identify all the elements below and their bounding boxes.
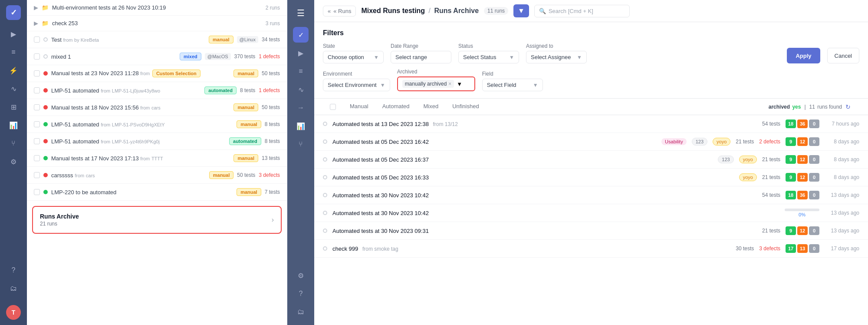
run-name: Automated tests at 13 Dec 2023 12:38 fro… [332,121,757,127]
user-avatar[interactable]: T [6,305,21,320]
score-pass: 17 [786,244,796,253]
defect-link[interactable]: 1 defects [259,87,280,93]
tab-automated[interactable]: Automated [375,99,417,115]
table-row[interactable]: Automated tests at 30 Nov 2023 10:42 54 … [314,186,868,204]
environment-value: Select Environment [328,82,377,88]
mid-list-icon[interactable]: ≡ [293,63,309,79]
score-fail: 36 [797,119,808,128]
score-group: 17 13 0 [786,244,819,253]
list-item[interactable]: Test from by KireBeta manual @Linux 34 t… [27,31,287,48]
score-skip: 0 [809,119,819,128]
filter-button[interactable]: ▼ [513,4,529,17]
table-row[interactable]: Automated tests at 13 Dec 2023 12:38 fro… [314,115,868,133]
defect-link[interactable]: 3 defects [259,172,280,178]
item-name: Manual tests at 17 Nov 2023 17:13 from T… [51,155,230,162]
nav-play-icon[interactable]: ▶ [6,26,21,42]
run-checkbox[interactable] [34,36,40,43]
state-select[interactable]: Choose option ▼ [323,51,384,63]
run-time: 13 days ago [825,210,859,216]
date-range-select[interactable]: Select range [391,51,451,63]
list-item[interactable]: Manual tests at 18 Nov 2023 15:56 from c… [27,99,287,116]
nav-list-icon[interactable]: ≡ [6,44,21,60]
mid-branch-icon[interactable]: ⑂ [293,136,309,152]
list-item[interactable]: Manual tests at 17 Nov 2023 17:13 from T… [27,150,287,167]
run-checkbox[interactable] [34,189,40,195]
mid-settings-icon[interactable]: ⚙ [293,268,309,283]
mid-help-icon[interactable]: ? [293,286,309,302]
status-label: Status [458,43,519,49]
apply-button[interactable]: Apply [787,48,820,63]
run-checkbox[interactable] [34,87,40,93]
table-row[interactable]: Automated tests at 05 Dec 2023 16:42 Usa… [314,133,868,151]
list-item[interactable]: LMP-51 automated from LMP-51-yz4t6h9PKg0… [27,133,287,150]
assigned-to-select[interactable]: Select Assignee ▼ [526,51,587,63]
mid-chart-icon[interactable]: 📊 [293,118,309,134]
list-item[interactable]: Manual tests at 23 Nov 2023 11:28 from C… [27,65,287,82]
mid-wave-icon[interactable]: ∿ [293,82,309,97]
cancel-button[interactable]: Cancel [827,48,859,63]
run-checkbox[interactable] [34,53,40,60]
tab-checkbox[interactable] [330,104,336,110]
table-row[interactable]: Automated tests at 05 Dec 2023 16:37 123… [314,151,868,169]
nav-files-icon[interactable]: 🗂 [6,281,21,296]
list-item[interactable]: carsssss from cars manual 50 tests 3 def… [27,167,287,184]
nav-wave-icon[interactable]: ∿ [6,81,21,96]
archived-value: manually archived [405,81,447,87]
run-name: Automated tests at 30 Nov 2023 10:42 [332,192,757,199]
table-row[interactable]: Automated tests at 30 Nov 2023 09:31 21 … [314,222,868,240]
list-item[interactable]: LMP-220 to be automated manual 7 tests [27,184,287,201]
nav-chart-icon[interactable]: 📊 [6,117,21,133]
run-checkbox[interactable] [34,70,40,76]
run-name: check 999 from smoke tag [332,245,730,252]
tab-manual[interactable]: Manual [343,99,375,115]
back-button[interactable]: « « Runs [323,6,356,17]
runs-archive-item[interactable]: Runs Archive 21 runs › [32,206,282,234]
mid-arrow-icon[interactable]: → [293,100,309,116]
test-count: 21 tests [762,174,780,180]
archived-field[interactable]: manually archived × ▼ [397,76,475,91]
status-select[interactable]: Select Status ▼ [458,51,519,63]
table-row[interactable]: Automated tests at 30 Nov 2023 10:42 0% … [314,204,868,222]
field-label: Field [482,71,543,77]
run-time: 8 days ago [825,139,859,145]
logo-icon[interactable]: ✓ [6,5,21,20]
table-row[interactable]: Automated tests at 05 Dec 2023 16:33 yoy… [314,169,868,186]
run-checkbox[interactable] [34,121,40,127]
nav-help-icon[interactable]: ? [6,262,21,278]
table-row[interactable]: check 999 from smoke tag 30 tests 3 defe… [314,240,868,258]
folder-icon: 📁 [42,20,49,27]
run-time: 13 days ago [825,228,859,234]
mid-files-icon[interactable]: 🗂 [293,304,309,320]
list-item[interactable]: mixed 1 mixed @MacOS 370 tests 1 defects [27,48,287,65]
run-checkbox[interactable] [34,138,40,144]
date-range-value: Select range [395,54,427,60]
run-checkbox[interactable] [34,155,40,161]
field-select[interactable]: Select Field ▼ [482,79,543,91]
status-dot [323,122,327,126]
archived-remove-button[interactable]: × [448,81,451,87]
refresh-button[interactable]: ↻ [845,103,851,110]
list-item[interactable]: ▶ 📁 check 253 3 runs [27,16,287,31]
defect-link: 2 defects [759,139,780,145]
run-name: Automated tests at 30 Nov 2023 09:31 [332,228,757,234]
nav-lightning-icon[interactable]: ⚡ [6,63,21,78]
environment-select[interactable]: Select Environment ▼ [323,79,390,91]
breadcrumb-current: Runs Archive [434,7,479,14]
defect-link[interactable]: 1 defects [259,53,280,60]
mid-check-icon[interactable]: ✓ [293,27,309,43]
run-checkbox[interactable] [34,104,40,110]
nav-grid-icon[interactable]: ⊞ [6,99,21,115]
chevron-down-icon: ▼ [577,54,582,60]
tab-mixed[interactable]: Mixed [417,99,446,115]
nav-settings-icon[interactable]: ⚙ [6,154,21,169]
nav-branch-icon[interactable]: ⑂ [6,136,21,151]
mid-play-icon[interactable]: ▶ [293,45,309,61]
list-item[interactable]: LMP-51 automated from LMP-51-Lj0juw43y8w… [27,82,287,99]
list-item[interactable]: LMP-51 automated from LMP-51-PSvoD9HgXEt… [27,116,287,133]
list-item[interactable]: ▶ 📁 Multi-environment tests at 26 Nov 20… [27,0,287,16]
tab-unfinished[interactable]: Unfinished [445,99,486,115]
archived-yes-label: archived yes [769,104,801,110]
hamburger-icon[interactable]: ☰ [293,5,309,21]
mixed-tag: mixed [180,53,201,60]
run-checkbox[interactable] [34,172,40,178]
